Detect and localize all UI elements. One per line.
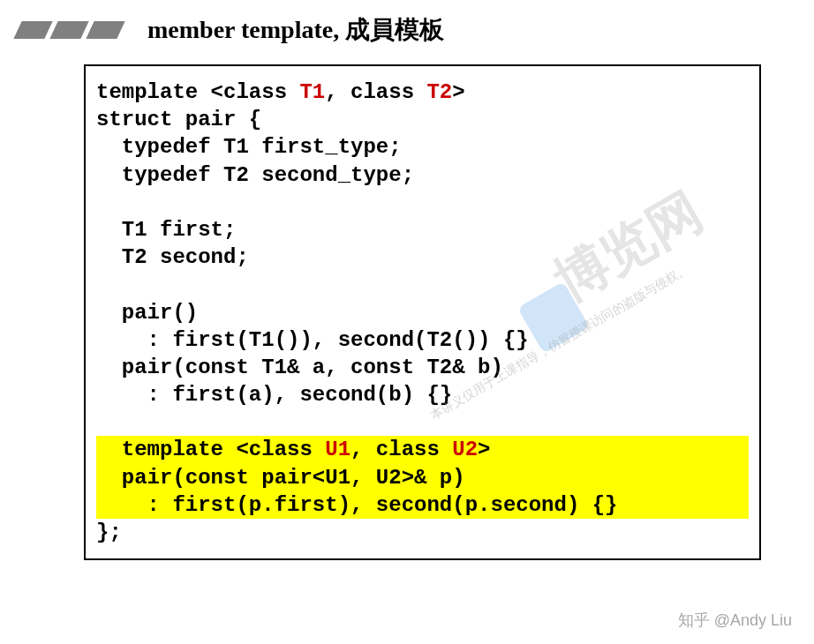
slide-header: member template, 成員模板 [0,0,814,56]
deco-bar [86,21,124,39]
template-param: U2 [452,438,478,461]
code-line: pair() [96,301,198,325]
code-block: template <class T1, class T2> struct pai… [84,64,761,560]
slide-title: member template, 成員模板 [147,13,444,47]
code-line: template <class T1, class T2> [96,80,465,104]
code-line: template <class U1, class U2> [96,438,491,461]
template-param: U1 [325,438,350,461]
deco-bar [49,21,88,39]
code-line: T2 second; [96,245,249,269]
code-line: : first(p.first), second(p.second) {} [96,493,618,517]
code-line: pair(const T1& a, const T2& b) [96,356,503,379]
code-line: typedef T1 first_type; [96,135,402,159]
decorative-bars [18,21,121,39]
code-line: }; [96,520,122,544]
code-line: typedef T2 second_type; [96,163,414,187]
footer-attribution: 知乎 @Andy Liu [678,610,792,631]
code-line: T1 first; [96,218,236,242]
highlighted-code: template <class U1, class U2> pair(const… [96,436,749,519]
template-param: T1 [299,80,325,104]
code-line: struct pair { [96,108,261,131]
code-line: : first(a), second(b) {} [96,383,452,407]
deco-bar [13,21,52,39]
code-line: pair(const pair<U1, U2>& p) [96,466,465,490]
code-line: : first(T1()), second(T2()) {} [96,328,529,352]
template-param: T2 [426,80,452,104]
